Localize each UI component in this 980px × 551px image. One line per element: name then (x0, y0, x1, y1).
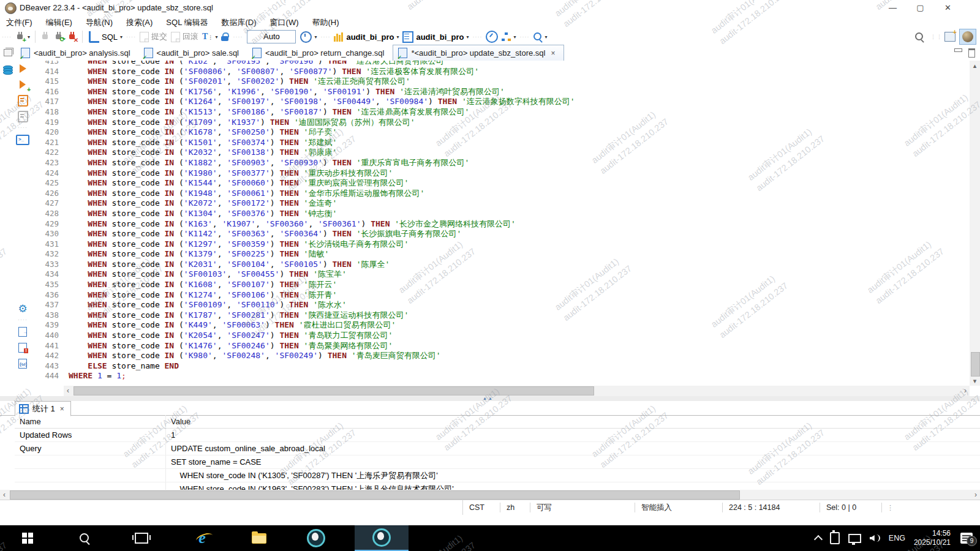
code-line[interactable]: 413 WHEN store_code IN ('K162', 'SF00195… (31, 61, 970, 67)
tab-close-icon[interactable]: × (551, 49, 555, 58)
sash-grip-icon[interactable]: ▲▲ (483, 396, 494, 401)
word-wrap-button[interactable]: (ω) (15, 356, 31, 372)
hidden-icons-button[interactable] (815, 534, 821, 542)
volume-tray-icon[interactable] (870, 534, 880, 542)
search-button[interactable]: ▾ (533, 29, 548, 44)
code-line[interactable]: 429 WHEN store_code IN ('K163', 'K1907',… (31, 219, 970, 230)
search-dropdown[interactable]: ▾ (545, 34, 548, 40)
connect-button[interactable] (40, 29, 50, 44)
code-line[interactable]: 416 WHEN store_code IN ('K1756', 'K1996'… (31, 87, 970, 97)
code-line[interactable]: 417 WHEN store_code IN ('K1264', 'SF0019… (31, 97, 970, 107)
code-line[interactable]: 434 WHEN store_code IN ('SF00103', 'SF00… (31, 269, 970, 280)
taskbar-search-button[interactable] (66, 525, 103, 551)
editor-horizontal-scrollbar[interactable]: ‹ › (64, 386, 970, 396)
editor-tab-1[interactable]: <audit_bi_pro> sale.sql (139, 45, 247, 61)
menu-item-4[interactable]: SQL 编辑器 (166, 17, 208, 28)
clock-indicator[interactable]: 14:56 2025/10/21 (914, 529, 951, 547)
scrollbar-thumb[interactable] (971, 352, 980, 377)
editor-tab-3[interactable]: *<audit_bi_pro> update_sbz_store.sql× (393, 45, 564, 61)
code-line[interactable]: 443 ELSE store_name END (31, 361, 970, 372)
minimize-button[interactable]: — (879, 0, 907, 16)
column-header-name[interactable]: Name (15, 415, 166, 428)
code-line[interactable]: 436 WHEN store_code IN ('K1274', 'SF0010… (31, 290, 970, 301)
rollback-button[interactable]: 回滚 (171, 29, 198, 44)
menu-item-2[interactable]: 导航(N) (86, 17, 113, 28)
code-line[interactable]: 422 WHEN store_code IN ('K2032', 'SF0013… (31, 148, 970, 158)
query-history-dropdown[interactable]: ▾ (314, 34, 317, 40)
output-dropdown[interactable]: ▾ (513, 34, 516, 40)
open-console-button[interactable]: >_ (15, 132, 31, 148)
menu-item-6[interactable]: 窗口(W) (270, 17, 299, 28)
explain-plan-button[interactable] (15, 108, 31, 124)
scroll-up-icon[interactable]: ▴ (970, 62, 980, 70)
editor-tab-0[interactable]: <audit_bi_pro> analysis.sql (16, 45, 139, 61)
restore-pane-icon[interactable] (4, 49, 12, 56)
export-button[interactable]: → (15, 324, 31, 340)
maximize-pane-icon[interactable] (968, 48, 975, 58)
code-line[interactable]: 425 WHEN store_code IN ('K1544', 'SF0006… (31, 178, 970, 189)
code-line[interactable]: 433 WHEN store_code IN ('K2031', 'SF0010… (31, 260, 970, 270)
menu-item-0[interactable]: 文件(F) (6, 17, 32, 28)
reconnect-button[interactable]: ⟳ (54, 29, 64, 44)
code-line[interactable]: 441 WHEN store_code IN ('K1476', 'SF0024… (31, 341, 970, 351)
dbeaver-taskbar-button[interactable] (298, 525, 334, 551)
code-line[interactable]: 437 WHEN store_code IN ('SF00109', 'SF00… (31, 300, 970, 310)
code-line[interactable]: 438 WHEN store_code IN ('K1787', 'SF0028… (31, 310, 970, 321)
code-line[interactable]: 442 WHEN store_code IN ('K980', 'SF00248… (31, 351, 970, 361)
code-line[interactable]: 420 WHEN store_code IN ('K1678', 'SF0025… (31, 127, 970, 138)
code-line[interactable]: 418 WHEN store_code IN ('K1513', 'SF0018… (31, 107, 970, 118)
results-horizontal-scrollbar[interactable]: ‹ › (0, 490, 980, 500)
query-history-button[interactable]: ▾ (300, 29, 317, 44)
language-indicator[interactable]: ENG (889, 534, 905, 542)
code-line[interactable]: 428 WHEN store_code IN ('K1304', 'SF0037… (31, 209, 970, 219)
scroll-right-icon[interactable]: › (961, 386, 970, 395)
code-line[interactable]: 444WHERE 1 = 1; (31, 371, 970, 381)
start-button[interactable] (9, 525, 46, 551)
usb-tray-icon[interactable] (830, 532, 840, 544)
open-perspective-icon[interactable] (944, 32, 956, 42)
dashboard-button[interactable] (486, 29, 498, 44)
scroll-left-icon[interactable]: ‹ (64, 386, 72, 395)
network-tray-icon[interactable] (848, 534, 861, 543)
code-line[interactable]: 415 WHEN store_code IN ('SF00201', 'SF00… (31, 77, 970, 87)
lock-button[interactable] (221, 29, 229, 44)
statistics-tab[interactable]: 统计 1 × (15, 401, 71, 416)
table-row[interactable]: WHEN store_code IN ('K1305', 'SF00287') … (15, 469, 980, 482)
maximize-button[interactable]: ▢ (907, 0, 934, 16)
editor-vertical-scrollbar[interactable]: ▴ ▾ (970, 61, 980, 386)
code-line[interactable]: 440 WHEN store_code IN ('K2054', 'SF0024… (31, 331, 970, 341)
scroll-left-icon[interactable]: ‹ (0, 490, 9, 500)
commit-button[interactable]: 提交 (140, 29, 167, 44)
commit-mode-combo[interactable]: Auto (247, 30, 296, 43)
database-picker[interactable]: audit_bi_pro ▾ (402, 29, 469, 44)
new-connection-dropdown[interactable]: ▾ (28, 34, 30, 40)
transaction-dropdown[interactable]: ▾ (215, 34, 217, 40)
code-line[interactable]: 421 WHEN store_code IN ('K1501', 'SF0037… (31, 138, 970, 148)
table-row[interactable]: SET store_name = CASE (15, 455, 980, 469)
sql-editor[interactable]: 413 WHEN store_code IN ('K162', 'SF00195… (31, 61, 970, 386)
code-line[interactable]: 439 WHEN store_code IN ('K449', 'SF00063… (31, 320, 970, 331)
database-navigator-icon[interactable] (3, 66, 12, 75)
code-line[interactable]: 432 WHEN store_code IN ('K1379', 'SF0022… (31, 249, 970, 260)
user-profile-button[interactable] (959, 29, 976, 45)
close-button[interactable]: ✕ (934, 0, 962, 16)
output-button[interactable]: ▾ (502, 29, 516, 44)
minimize-pane-icon[interactable] (954, 48, 962, 52)
settings-button[interactable]: ⚙ (15, 301, 31, 317)
sql-editor-button[interactable]: SQL ▾ (88, 29, 123, 44)
quick-access-search-icon[interactable] (915, 32, 924, 42)
table-row[interactable]: QueryUPDATE custom_online_sale_abroad_lo… (15, 442, 980, 455)
scrollbar-thumb[interactable] (10, 490, 740, 500)
sql-editor-dropdown[interactable]: ▾ (120, 34, 123, 40)
menu-item-3[interactable]: 搜索(A) (126, 17, 153, 28)
scroll-right-icon[interactable]: › (971, 490, 980, 500)
menu-item-1[interactable]: 编辑(E) (46, 17, 72, 28)
panel-sash[interactable]: ▲▲ (0, 396, 980, 401)
disconnect-button[interactable]: ✕ (67, 29, 77, 44)
task-view-button[interactable] (123, 525, 160, 551)
connection-dropdown[interactable]: ▾ (396, 34, 399, 40)
results-table[interactable]: NameValueUpdated Rows1QueryUPDATE custom… (15, 415, 980, 490)
database-dropdown[interactable]: ▾ (466, 34, 469, 40)
code-line[interactable]: 424 WHEN store_code IN ('K1980', 'SF0037… (31, 168, 970, 179)
scroll-down-icon[interactable]: ▾ (970, 377, 980, 385)
